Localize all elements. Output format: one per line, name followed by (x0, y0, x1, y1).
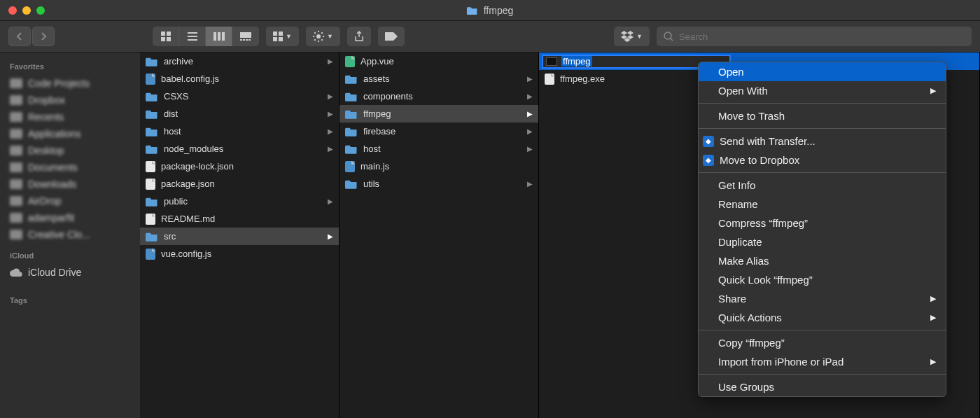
context-menu-item[interactable]: Use Groups (699, 377, 946, 396)
context-menu-item[interactable]: Compress “ffmpeg” (699, 214, 946, 232)
close-window-button[interactable] (8, 6, 17, 15)
chevron-right-icon: ▶ (328, 232, 333, 240)
context-menu-item[interactable]: Get Info (699, 176, 946, 195)
context-menu-item[interactable]: Move to Trash (699, 106, 946, 125)
context-menu-item[interactable]: ◆Send with Transfer... (699, 132, 946, 151)
sidebar-item[interactable]: Dropbox (0, 92, 140, 109)
file-row[interactable]: firebase▶ (340, 123, 538, 140)
context-menu-item[interactable]: Quick Actions▶ (699, 308, 946, 327)
context-menu-item[interactable]: Import from iPhone or iPad▶ (699, 352, 946, 371)
file-row[interactable]: archive▶ (140, 53, 339, 70)
action-button[interactable]: ▼ (306, 27, 340, 46)
search-input[interactable] (679, 32, 965, 42)
file-row[interactable]: README.md (140, 210, 339, 228)
file-row[interactable]: dist▶ (140, 105, 339, 123)
context-menu-item[interactable]: Duplicate (699, 232, 946, 251)
column-view-button[interactable] (206, 27, 232, 46)
context-menu-item[interactable]: Open (699, 62, 946, 81)
file-icon (545, 74, 554, 85)
file-row[interactable]: App.vue (340, 53, 538, 70)
sidebar-item[interactable]: Downloads (0, 176, 140, 193)
sidebar-item-label: Dropbox (28, 95, 65, 106)
file-row[interactable]: babel.config.js (140, 70, 339, 88)
file-name: node_modules (164, 144, 223, 154)
folder-icon (467, 6, 478, 15)
file-row[interactable]: CSXS▶ (140, 88, 339, 105)
sidebar-item-label: Code Projects (28, 78, 90, 89)
file-row[interactable]: utils▶ (340, 175, 538, 193)
menu-item-label: Quick Actions (718, 312, 782, 323)
list-view-button[interactable] (179, 27, 206, 46)
svg-rect-9 (222, 32, 225, 41)
sidebar-item[interactable]: Applications (0, 125, 140, 142)
context-menu-item[interactable]: Quick Look “ffmpeg” (699, 270, 946, 289)
menu-item-label: Compress “ffmpeg” (718, 217, 808, 229)
file-icon (146, 214, 155, 225)
folder-icon (146, 197, 158, 207)
menu-item-label: Send with Transfer... (720, 135, 816, 147)
file-row[interactable]: host▶ (140, 123, 339, 140)
menu-item-label: Use Groups (718, 381, 774, 393)
context-menu-item[interactable]: Open With▶ (699, 81, 946, 100)
sidebar-icon (10, 162, 22, 172)
file-row[interactable]: package-lock.json (140, 158, 339, 175)
sidebar-item[interactable]: Desktop (0, 142, 140, 159)
dropbox-button[interactable]: ▼ (614, 27, 650, 46)
sidebar-item[interactable]: AirDrop (0, 193, 140, 209)
sidebar-item-label: Recents (28, 111, 64, 123)
menu-item-label: Move to Dropbox (720, 154, 799, 166)
file-name: App.vue (360, 56, 394, 67)
context-menu-item[interactable]: Copy “ffmpeg” (699, 333, 946, 352)
file-row[interactable]: assets▶ (340, 70, 538, 88)
forward-button[interactable] (32, 27, 55, 46)
context-menu-item[interactable]: Rename (699, 195, 946, 214)
back-button[interactable] (8, 27, 31, 46)
sidebar-item[interactable]: adamparfit (0, 209, 140, 226)
chevron-right-icon: ▶ (527, 92, 533, 100)
share-button[interactable] (347, 27, 371, 46)
sidebar-item[interactable]: Documents (0, 159, 140, 176)
sidebar-item[interactable]: Creative Clo... (0, 226, 140, 243)
arrange-button[interactable]: ▼ (266, 27, 299, 46)
file-row[interactable]: package.json (140, 175, 339, 193)
menu-separator (699, 128, 946, 129)
column-2[interactable]: App.vueassets▶components▶ffmpeg▶firebase… (340, 53, 539, 418)
icon-view-button[interactable] (153, 27, 179, 46)
gallery-view-button[interactable] (232, 27, 259, 46)
sidebar-item-icloud-drive[interactable]: iCloud Drive (0, 264, 140, 281)
tags-button[interactable] (378, 27, 405, 46)
folder-icon (146, 57, 158, 67)
context-menu-item[interactable]: Make Alias (699, 251, 946, 270)
file-row[interactable]: public▶ (140, 193, 339, 210)
icloud-header: iCloud (0, 247, 140, 264)
minimize-window-button[interactable] (22, 6, 31, 15)
search-icon (664, 32, 673, 41)
file-name: README.md (161, 214, 215, 224)
file-name: CSXS (164, 91, 188, 102)
menu-item-label: Get Info (718, 179, 755, 191)
sidebar-item-label: Downloads (28, 179, 76, 190)
chevron-right-icon: ▶ (527, 110, 533, 118)
file-row[interactable]: main.js (340, 158, 538, 175)
file-row[interactable]: src▶ (140, 228, 339, 245)
file-row[interactable]: ffmpeg▶ (340, 105, 538, 123)
sidebar-item[interactable]: Code Projects (0, 75, 140, 92)
column-1[interactable]: archive▶babel.config.jsCSXS▶dist▶host▶no… (140, 53, 340, 418)
file-row[interactable]: vue.config.js (140, 245, 339, 263)
file-name: public (164, 196, 188, 207)
file-row[interactable]: components▶ (340, 88, 538, 105)
chevron-right-icon: ▶ (930, 86, 936, 95)
file-name: archive (164, 56, 193, 67)
maximize-window-button[interactable] (36, 6, 45, 15)
rename-input[interactable]: ffmpeg (561, 56, 592, 67)
search-box[interactable] (657, 27, 972, 46)
file-row[interactable]: node_modules▶ (140, 140, 339, 158)
file-name: ffmpeg.exe (560, 74, 605, 84)
context-menu-item[interactable]: ◆Move to Dropbox (699, 151, 946, 169)
file-row[interactable]: host▶ (340, 140, 538, 158)
sidebar-icon (10, 129, 22, 139)
context-menu-item[interactable]: Share▶ (699, 289, 946, 308)
menu-item-label: Share (718, 293, 746, 305)
menu-separator (699, 330, 946, 330)
sidebar-item[interactable]: Recents (0, 109, 140, 125)
